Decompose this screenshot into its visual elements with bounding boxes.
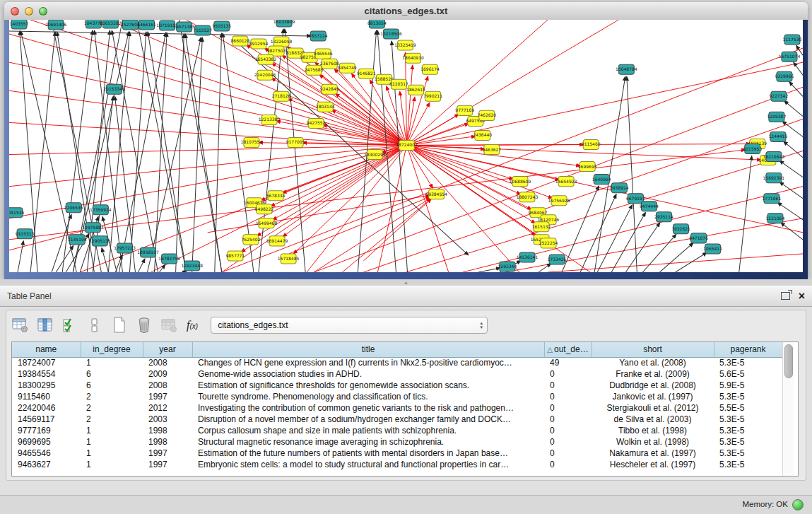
cell-short[interactable]: Franke et al. (2009) (592, 368, 714, 380)
edge[interactable] (392, 41, 407, 272)
cell-name[interactable]: 18300295 (12, 380, 81, 391)
cell-year[interactable]: 1997 (143, 391, 192, 402)
selected-edge[interactable] (9, 145, 407, 250)
table-chooser-dropdown[interactable]: citations_edges.txt ▴▾ (211, 317, 488, 334)
graph-node-1292344[interactable]: 1292344 (498, 262, 517, 271)
edge[interactable] (160, 264, 165, 272)
graph-node-1051535[interactable]: 1051535 (9, 208, 25, 218)
cell-pagerank[interactable]: 5.5E-5 (714, 402, 782, 414)
cell-in_degree[interactable]: 2 (81, 391, 143, 402)
selected-edge[interactable] (407, 145, 591, 272)
table-row[interactable]: 1456911722003Disruption of a novel membe… (12, 414, 782, 425)
graph-node-15654923[interactable]: 15654923 (555, 177, 577, 187)
edge[interactable] (18, 241, 23, 272)
graph-node-7932621[interactable]: 7932621 (671, 224, 690, 234)
graph-node-9777169[interactable]: 9777169 (455, 105, 474, 115)
selected-edge[interactable] (208, 195, 430, 232)
column-header-year[interactable]: year (143, 342, 192, 357)
selected-edge[interactable] (151, 145, 407, 272)
graph-node-9463627[interactable]: 9463627 (482, 144, 501, 154)
graph-node-16499468[interactable]: 16499468 (256, 218, 278, 228)
graph-node-7990211[interactable]: 7990211 (423, 91, 442, 101)
cell-name[interactable]: 22420046 (12, 402, 81, 414)
table-row[interactable]: 946362711997Embryonic stem cells: a mode… (12, 459, 782, 470)
cell-out_de[interactable]: 0 (544, 391, 592, 402)
graph-node-9699695[interactable]: 9699695 (578, 162, 597, 172)
graph-node-2436440[interactable]: 2436440 (473, 130, 492, 140)
cell-short[interactable]: Stergiakouli et al. (2012) (592, 402, 714, 414)
edge[interactable] (611, 212, 645, 272)
selected-edge[interactable] (407, 144, 751, 146)
graph-node-17359924[interactable]: 17359924 (90, 205, 112, 215)
edge[interactable] (155, 33, 167, 272)
graph-node-8220317[interactable]: 8220317 (389, 79, 408, 89)
selected-edge[interactable] (222, 145, 407, 272)
graph-node-16210643[interactable]: 16210643 (763, 152, 785, 162)
edge[interactable] (597, 205, 632, 272)
graph-node-18807243[interactable]: 18807243 (517, 192, 539, 202)
graph-node-15718485[interactable]: 15718485 (278, 254, 300, 264)
cell-out_de[interactable]: 0 (544, 380, 592, 391)
cell-title[interactable]: Embryonic stem cells: a model to study s… (192, 459, 544, 470)
edge[interactable] (794, 62, 803, 75)
cell-in_degree[interactable]: 6 (81, 380, 143, 391)
edge[interactable] (739, 156, 752, 272)
selected-edge[interactable] (407, 145, 449, 272)
scrollbar-thumb[interactable] (784, 344, 793, 378)
graph-node-18107554[interactable]: 18107554 (241, 137, 263, 147)
cell-pagerank[interactable]: 5.3E-5 (714, 436, 782, 448)
graph-node-9115460[interactable]: 9115460 (582, 139, 601, 149)
cell-year[interactable]: 2003 (143, 414, 192, 425)
cell-name[interactable]: 9777169 (12, 425, 81, 436)
edge[interactable] (478, 268, 500, 272)
graph-node-20153346[interactable]: 20153346 (103, 84, 125, 94)
graph-node-14671385[interactable]: 14671385 (173, 22, 195, 32)
selected-edge[interactable] (407, 20, 619, 145)
graph-node-12923448[interactable]: 12923448 (181, 261, 203, 271)
graph-node-16648784[interactable]: 16648784 (616, 64, 637, 74)
edge[interactable] (285, 29, 305, 272)
cell-year[interactable]: 1998 (143, 425, 192, 436)
edge[interactable] (148, 32, 187, 272)
column-header-name[interactable]: name (12, 342, 81, 357)
selected-edge[interactable] (9, 62, 407, 145)
graph-node-1862615[interactable]: 1862615 (406, 85, 425, 95)
selected-edge[interactable] (377, 145, 406, 272)
graph-node-1733426[interactable]: 1733426 (548, 255, 567, 264)
edge[interactable] (192, 37, 203, 272)
graph-node-20691406[interactable]: 20691406 (45, 20, 67, 30)
graph-node-16782759[interactable]: 16782759 (158, 254, 180, 264)
selected-edge[interactable] (9, 34, 407, 145)
cell-out_de[interactable]: 0 (544, 414, 592, 425)
cell-year[interactable]: 1998 (143, 436, 192, 448)
cell-short[interactable]: Dudbridge et al. (2008) (592, 380, 714, 391)
cell-pagerank[interactable]: 5.3E-5 (714, 459, 782, 470)
cell-short[interactable]: Hescheler et al. (1997) (592, 459, 714, 470)
graph-node-15692391[interactable]: 15692391 (763, 173, 785, 183)
graph-node-1209387[interactable]: 1209387 (767, 112, 787, 122)
graph-node-1244415[interactable]: 1244415 (769, 132, 788, 141)
graph-node-1615132[interactable]: 1615132 (532, 222, 551, 232)
graph-node-19384554[interactable]: 19384554 (425, 189, 447, 199)
cell-in_degree[interactable]: 2 (81, 414, 143, 425)
cell-in_degree[interactable]: 2 (81, 402, 143, 414)
graph-node-7625402[interactable]: 7625402 (242, 235, 261, 245)
window-titlebar[interactable]: citations_edges.txt (4, 2, 808, 21)
edge[interactable] (136, 20, 186, 272)
table-row[interactable]: 969969511998Structural magnetic resonanc… (12, 436, 782, 448)
graph-node-13218506[interactable]: 13218506 (380, 29, 402, 39)
cell-title[interactable]: Changes of HCN gene expression and I(f) … (192, 357, 544, 368)
graph-node-18640910[interactable]: 18640910 (402, 53, 424, 63)
graph-node-7462620[interactable]: 7462620 (477, 110, 496, 120)
table-row[interactable]: 1872400712008Changes of HCN gene express… (12, 357, 782, 368)
cell-name[interactable]: 19384554 (12, 368, 81, 380)
graph-node-2935114[interactable]: 2935114 (654, 212, 673, 222)
graph-node-13325419[interactable]: 13325419 (394, 40, 416, 50)
selected-edge[interactable] (548, 254, 803, 272)
cell-pagerank[interactable]: 5.3E-5 (714, 448, 782, 459)
cell-in_degree[interactable]: 1 (81, 448, 143, 459)
cell-year[interactable]: 1997 (143, 459, 192, 470)
selected-edge[interactable] (9, 145, 407, 154)
cell-name[interactable]: 9115460 (12, 391, 81, 402)
graph-node-8454749[interactable]: 8454749 (338, 63, 357, 73)
